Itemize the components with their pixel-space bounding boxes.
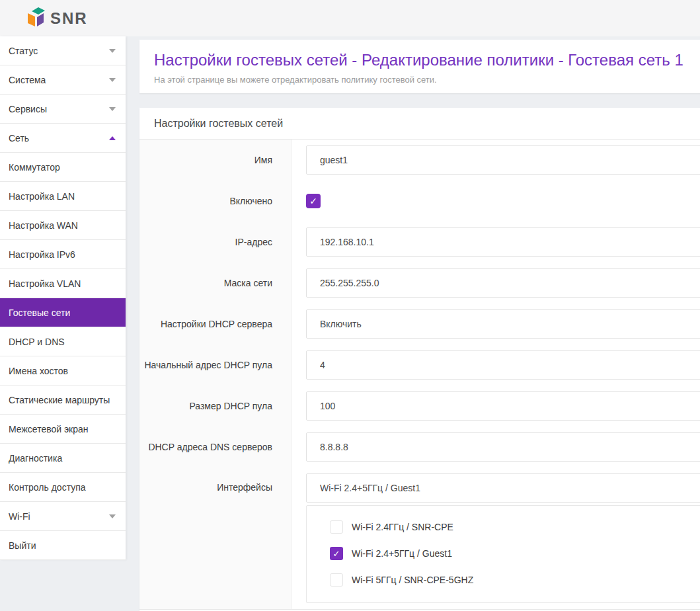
page-subtitle: На этой странице вы можете отредактирова… <box>154 75 700 85</box>
page-title-card: Настройки гостевых сетей - Редактировани… <box>139 40 700 93</box>
sidebar-item-label: Wi-Fi <box>9 511 30 522</box>
sidebar-item-label: DHCP и DNS <box>9 337 65 347</box>
sidebar-item-services[interactable]: Сервисы <box>0 95 126 124</box>
brand-logo: SNR <box>28 7 88 30</box>
sidebar-item-label: Коммутатор <box>9 162 60 173</box>
sidebar-item-status[interactable]: Статус <box>0 36 126 65</box>
interfaces-select[interactable]: Wi-Fi 2.4+5ГГц / Guest1 <box>306 473 700 503</box>
wifi5-checkbox[interactable] <box>330 573 343 587</box>
sidebar-item-label: Сервисы <box>9 104 47 114</box>
chevron-down-icon <box>109 49 116 53</box>
sidebar-item-label: Гостевые сети <box>9 307 70 318</box>
sidebar-item-label: Настройка WAN <box>9 220 78 231</box>
sidebar-item-label: Статус <box>9 46 38 56</box>
sidebar-item-access-control[interactable]: Контроль доступа <box>0 473 126 502</box>
form-row-dhcp-start: Начальный адрес DHCP пула <box>139 345 700 386</box>
interface-option-wifi24[interactable]: Wi-Fi 2.4ГГц / SNR-CPE <box>330 514 700 540</box>
guest-network-form-card: Настройки гостевых сетей Имя Включено ✓ … <box>139 108 700 611</box>
dhcp-limit-field-label: Размер DHCP пула <box>139 386 292 427</box>
sidebar-item-label: Диагностика <box>9 453 62 464</box>
dhcp-mode-selected-value: Включить <box>320 319 362 329</box>
sidebar-item-lan-settings[interactable]: Настройка LAN <box>0 182 126 211</box>
sidebar-item-network[interactable]: Сеть <box>0 124 126 153</box>
chevron-down-icon <box>109 514 116 518</box>
brand-logo-text: SNR <box>50 9 88 28</box>
dhcp-start-field-label: Начальный адрес DHCP пула <box>139 345 292 386</box>
main-content: Настройки гостевых сетей - Редактировани… <box>139 36 700 611</box>
sidebar-item-label: Контроль доступа <box>9 482 86 493</box>
sidebar-nav: Статус Система Сервисы Сеть Коммутатор Н… <box>0 36 126 560</box>
form-row-dhcp-limit: Размер DHCP пула <box>139 386 700 427</box>
sidebar-item-system[interactable]: Система <box>0 65 126 95</box>
wifi24-checkbox[interactable] <box>330 520 343 534</box>
interface-option-wifi245[interactable]: ✓ Wi-Fi 2.4+5ГГц / Guest1 <box>330 540 700 567</box>
form-row-ip: IP-адрес <box>139 222 700 263</box>
sidebar-item-vlan-settings[interactable]: Настройка VLAN <box>0 269 126 298</box>
sidebar-item-switch[interactable]: Коммутатор <box>0 153 126 182</box>
chevron-up-icon <box>109 136 116 140</box>
wifi24-option-label: Wi-Fi 2.4ГГц / SNR-CPE <box>352 522 453 532</box>
name-input[interactable] <box>306 145 700 175</box>
sidebar-item-label: Система <box>9 75 46 85</box>
sidebar-item-label: Сеть <box>9 133 29 143</box>
form-row-name: Имя <box>139 140 700 181</box>
sidebar-item-label: Выйти <box>9 540 36 551</box>
dhcp-mode-select[interactable]: Включить <box>306 309 700 339</box>
sidebar-item-dhcp-dns[interactable]: DHCP и DNS <box>0 327 126 356</box>
sidebar-item-label: Настройка VLAN <box>9 278 81 289</box>
netmask-input[interactable] <box>306 268 700 298</box>
sidebar-item-guest-networks[interactable]: Гостевые сети <box>0 298 126 327</box>
interfaces-option-list: Wi-Fi 2.4ГГц / SNR-CPE ✓ Wi-Fi 2.4+5ГГц … <box>306 505 700 603</box>
chevron-down-icon <box>109 107 116 111</box>
form-row-netmask: Маска сети <box>139 263 700 304</box>
sidebar-item-logout[interactable]: Выйти <box>0 531 126 560</box>
wifi5-option-label: Wi-Fi 5ГГц / SNR-CPE-5GHZ <box>352 575 473 585</box>
dhcp-pool-size-input[interactable] <box>306 391 700 421</box>
ip-field-label: IP-адрес <box>139 222 292 263</box>
sidebar-item-hostnames[interactable]: Имена хостов <box>0 356 126 386</box>
dhcp-mode-field-label: Настройки DHCP сервера <box>139 304 292 345</box>
form-row-enabled: Включено ✓ <box>139 181 700 222</box>
form-row-dhcp-dns: DHCP адреса DNS серверов <box>139 427 700 468</box>
ip-address-input[interactable] <box>306 227 700 257</box>
sidebar-item-label: Настройка LAN <box>9 191 75 202</box>
form-row-interfaces: Интерфейсы Wi-Fi 2.4+5ГГц / Guest1 Wi-Fi… <box>139 468 700 609</box>
interfaces-selected-value: Wi-Fi 2.4+5ГГц / Guest1 <box>320 483 420 493</box>
sidebar-item-wifi[interactable]: Wi-Fi <box>0 502 126 531</box>
page-title: Настройки гостевых сетей - Редактировани… <box>154 51 700 69</box>
interfaces-field-label: Интерфейсы <box>139 468 292 609</box>
netmask-field-label: Маска сети <box>139 263 292 304</box>
sidebar-item-static-routes[interactable]: Статические маршруты <box>0 386 126 415</box>
app-header: SNR <box>0 0 700 36</box>
dhcp-start-input[interactable] <box>306 350 700 380</box>
form-section-title: Настройки гостевых сетей <box>139 108 700 140</box>
sidebar-item-label: Межсетевой экран <box>9 424 89 434</box>
chevron-down-icon <box>109 78 116 82</box>
wifi245-option-label: Wi-Fi 2.4+5ГГц / Guest1 <box>352 548 452 559</box>
wifi245-checkbox[interactable]: ✓ <box>330 547 343 560</box>
name-field-label: Имя <box>139 140 292 181</box>
enabled-field-label: Включено <box>139 181 292 222</box>
sidebar-item-firewall[interactable]: Межсетевой экран <box>0 415 126 444</box>
sidebar-item-label: Имена хостов <box>9 366 68 376</box>
dhcp-dns-field-label: DHCP адреса DNS серверов <box>139 427 292 468</box>
dhcp-dns-input[interactable] <box>306 432 700 462</box>
sidebar-item-label: Настройка IPv6 <box>9 249 75 260</box>
sidebar-item-diagnostics[interactable]: Диагностика <box>0 444 126 473</box>
sidebar-item-label: Статические маршруты <box>9 395 110 405</box>
form-row-dhcp-mode: Настройки DHCP сервера Включить <box>139 304 700 345</box>
sidebar-item-wan-settings[interactable]: Настройка WAN <box>0 211 126 240</box>
interface-option-wifi5[interactable]: Wi-Fi 5ГГц / SNR-CPE-5GHZ <box>330 567 700 593</box>
sidebar-item-ipv6-settings[interactable]: Настройка IPv6 <box>0 240 126 269</box>
snr-cube-icon <box>28 7 46 30</box>
enabled-checkbox[interactable]: ✓ <box>306 194 321 208</box>
